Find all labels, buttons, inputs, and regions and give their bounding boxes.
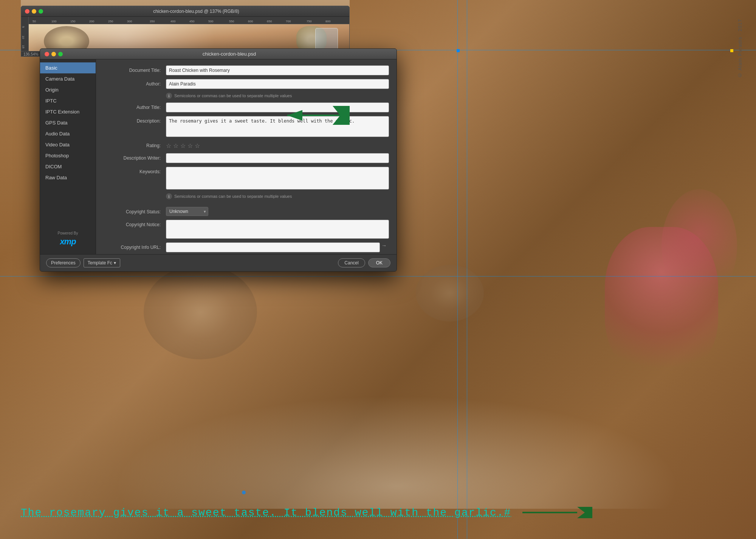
copyright-status-row: Copyright Status: Unknown Copyrighted Pu… [104, 207, 389, 216]
template-button[interactable]: Template Fc ▾ [84, 258, 120, 267]
spacer-1 [104, 203, 389, 207]
sidebar-item-dicom[interactable]: DICOM [40, 161, 96, 172]
sidebar-item-camera-data[interactable]: Camera Data [40, 73, 96, 84]
corner-marker-tr [730, 49, 733, 52]
ps-window-controls [25, 9, 43, 14]
bg-plate-3 [416, 265, 484, 322]
copyright-notice-label: Copyright Notice: [104, 220, 166, 227]
sidebar-item-gps-data[interactable]: GPS Data [40, 117, 96, 128]
template-label: Template Fc [88, 260, 112, 266]
dialog-title: chicken-cordon-bleu.psd [67, 51, 392, 57]
bottom-arrow-icon [519, 501, 594, 524]
copyright-status-label: Copyright Status: [104, 207, 166, 214]
document-title-input[interactable] [166, 65, 389, 75]
corner-marker-bc [242, 491, 246, 494]
ps-titlebar: chicken-cordon-bleu.psd @ 137% (RGB/8) [21, 6, 349, 17]
copyright-status-select[interactable]: Unknown Copyrighted Public Domain [166, 207, 208, 216]
rating-row: Rating: ☆ ☆ ☆ ☆ ☆ [104, 141, 389, 149]
dialog-footer: Preferences Template Fc ▾ Cancel OK [40, 254, 397, 271]
bottom-annotation: The rosemary gives it a sweet taste. It … [21, 501, 735, 524]
sidebar-item-basic[interactable]: Basic [40, 62, 96, 73]
copyright-notice-textarea[interactable] [166, 220, 389, 239]
dialog-close-btn[interactable] [45, 52, 49, 56]
cancel-button[interactable]: Cancel [338, 258, 365, 267]
description-writer-input[interactable] [166, 153, 389, 163]
author-info-row: ℹ Semicolons or commas can be used to se… [166, 93, 389, 99]
description-label: Description: [104, 116, 166, 124]
author-title-label: Author Title: [104, 103, 166, 110]
copyright-url-input[interactable] [166, 242, 380, 252]
keywords-textarea[interactable] [166, 167, 389, 190]
rating-label: Rating: [104, 141, 166, 148]
dialog-window-controls [45, 52, 63, 56]
rating-stars[interactable]: ☆ ☆ ☆ ☆ ☆ [166, 141, 200, 149]
author-info-text: Semicolons or commas can be used to sepa… [174, 93, 292, 98]
author-title-input[interactable] [166, 103, 389, 112]
dialog-minimize-btn[interactable] [51, 52, 56, 56]
sidebar: Basic Camera Data Origin IPTC IPTC Exten… [40, 59, 96, 254]
star-4[interactable]: ☆ [187, 142, 193, 149]
dialog-body: Basic Camera Data Origin IPTC IPTC Exten… [40, 59, 397, 254]
sidebar-item-raw-data[interactable]: Raw Data [40, 172, 96, 183]
dialog-titlebar: chicken-cordon-bleu.psd [40, 49, 397, 59]
description-row: Description: The rosemary gives it a swe… [104, 116, 389, 137]
document-title-label: Document Title: [104, 65, 166, 73]
sidebar-item-video-data[interactable]: Video Data [40, 139, 96, 150]
dialog-maximize-btn[interactable] [58, 52, 63, 56]
ps-close-btn[interactable] [25, 9, 29, 14]
keywords-info-text: Semicolons or commas can be used to sepa… [174, 194, 292, 199]
plate-bg-bottom [113, 395, 680, 509]
document-title-row: Document Title: [104, 65, 389, 75]
info-icon-keywords: ℹ [166, 193, 172, 199]
keywords-info-row: ℹ Semicolons or commas can be used to se… [166, 193, 389, 199]
template-chevron-icon: ▾ [114, 260, 116, 266]
author-title-row: Author Title: [104, 103, 389, 112]
star-1[interactable]: ☆ [166, 142, 171, 149]
ruler-horizontal: 50 100 150 200 250 300 350 400 450 500 5… [21, 17, 349, 24]
file-info-dialog: chicken-cordon-bleu.psd Basic Camera Dat… [40, 48, 397, 272]
bottom-annotation-text: The rosemary gives it a sweet taste. It … [21, 507, 511, 519]
author-input[interactable] [166, 79, 389, 89]
description-writer-label: Description Writer: [104, 153, 166, 161]
copyright-url-row: Copyright Info URL: → [104, 242, 389, 252]
copyright-status-wrapper[interactable]: Unknown Copyrighted Public Domain [166, 207, 208, 216]
sidebar-item-origin[interactable]: Origin [40, 84, 96, 95]
sidebar-item-photoshop[interactable]: Photoshop [40, 150, 96, 161]
content-area: Document Title: Author: ℹ Semicolons or … [96, 59, 397, 254]
bg-plate-2 [144, 265, 257, 359]
ok-button[interactable]: OK [368, 258, 390, 267]
description-textarea[interactable]: The rosemary gives it a sweet taste. It … [166, 116, 389, 137]
url-go-button[interactable]: → [381, 242, 389, 250]
author-row: Author: [104, 79, 389, 89]
xmp-logo: xmp [60, 237, 76, 247]
sidebar-item-audio-data[interactable]: Audio Data [40, 128, 96, 139]
keywords-label: Keywords: [104, 167, 166, 174]
info-icon-author: ℹ [166, 93, 172, 99]
flowers-decoration-2 [662, 189, 737, 303]
sidebar-item-iptc-extension[interactable]: IPTC Extension [40, 106, 96, 117]
zoom-indicator: 136.54% [21, 51, 41, 57]
side-copyright-text: © Alain Paradis · 2017 [737, 19, 743, 78]
powered-by-label: Powered By [58, 231, 78, 235]
ps-title: chicken-cordon-bleu.psd @ 137% (RGB/8) [47, 9, 345, 14]
preferences-button[interactable]: Preferences [46, 258, 81, 267]
copyright-url-label: Copyright Info URL: [104, 242, 166, 250]
star-3[interactable]: ☆ [180, 142, 186, 149]
corner-marker-tl [457, 49, 460, 52]
ps-maximize-btn[interactable] [39, 9, 43, 14]
author-label: Author: [104, 79, 166, 87]
copyright-notice-row: Copyright Notice: [104, 220, 389, 239]
description-writer-row: Description Writer: [104, 153, 389, 163]
svg-marker-2 [577, 507, 592, 518]
sidebar-item-iptc[interactable]: IPTC [40, 95, 96, 106]
keywords-row: Keywords: [104, 167, 389, 190]
star-2[interactable]: ☆ [173, 142, 178, 149]
star-5[interactable]: ☆ [195, 142, 200, 149]
ps-minimize-btn[interactable] [32, 9, 36, 14]
sidebar-bottom: Powered By xmp [40, 227, 96, 251]
